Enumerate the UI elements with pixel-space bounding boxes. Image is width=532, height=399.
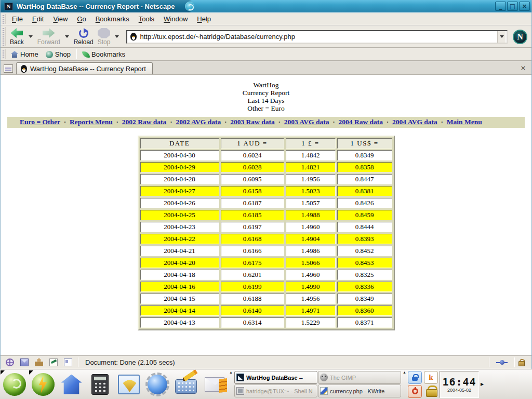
nav-link-3[interactable]: 2002 Raw data	[122, 118, 167, 126]
logout-button[interactable]	[408, 385, 422, 398]
taskbar-button[interactable]: hatridge@TUX:~ - Shell N	[234, 384, 317, 397]
launcher-icons	[0, 370, 229, 399]
url-dropdown-icon	[500, 35, 504, 38]
nav-link-5[interactable]: 2003 Raw data	[230, 118, 275, 126]
stop-button[interactable]: Stop	[96, 28, 112, 46]
table-cell: 1.4904	[286, 234, 336, 244]
table-cell: 1.4960	[286, 222, 336, 232]
security-unlocked-icon[interactable]	[518, 359, 525, 366]
menu-go[interactable]: Go	[72, 14, 90, 24]
nav-link-7[interactable]: 2004 Raw data	[339, 118, 383, 126]
table-row: 2004-04-150.61881.49560.8349	[140, 294, 392, 304]
table-cell: 2004-04-25	[140, 210, 219, 220]
online-status-icon[interactable]	[496, 360, 508, 365]
lightning-bolt-launcher[interactable]	[29, 370, 57, 399]
table-cell: 0.6197	[221, 222, 284, 232]
table-cell: 1.4956	[286, 294, 336, 304]
kate-editor-launcher[interactable]	[171, 370, 200, 399]
desktop-shell-launcher[interactable]	[114, 370, 143, 399]
table-cell: 2004-04-26	[140, 198, 219, 208]
nav-link-9[interactable]: Main Menu	[447, 118, 482, 126]
titlebar[interactable]: N WartHog DataBase -- Currency Report - …	[1, 0, 531, 12]
reload-label: Reload	[74, 38, 94, 46]
table-cell: 0.8444	[337, 222, 392, 232]
wallet-padlock-icon[interactable]	[424, 385, 438, 398]
menu-bookmarks[interactable]: Bookmarks	[91, 14, 134, 24]
home-folder-launcher[interactable]	[57, 370, 86, 399]
applet-handle[interactable]: ▲	[402, 369, 407, 399]
taskbar-button[interactable]: WartHog DataBase --	[234, 371, 317, 384]
forward-button[interactable]: Forward	[36, 28, 62, 46]
table-row: 2004-04-250.61851.49880.8459	[140, 210, 392, 220]
close-button[interactable]: ×	[519, 2, 530, 11]
status-separator	[78, 357, 78, 367]
netscape-logo-icon[interactable]: N	[513, 30, 527, 44]
calculator-launcher[interactable]	[86, 370, 114, 399]
menu-view[interactable]: View	[48, 14, 72, 24]
tab-currency-report[interactable]: WartHog DataBase -- Currency Report	[16, 62, 153, 74]
table-cell: 0.6314	[221, 317, 284, 328]
clock[interactable]: 16:44 2004-05-02	[440, 371, 479, 398]
url-input[interactable]: http://tux.epost.de/~hatridge/Database/c…	[126, 30, 508, 44]
suse-menu-launcher[interactable]	[0, 370, 29, 399]
menu-help[interactable]: Help	[192, 14, 216, 24]
nav-link-4[interactable]: 2002 AVG data	[176, 118, 221, 126]
table-cell: 2004-04-22	[140, 234, 219, 244]
throbber-icon	[185, 2, 194, 11]
back-dropdown-icon[interactable]	[29, 35, 33, 38]
composer-icon[interactable]	[49, 358, 58, 366]
addressbook-icon[interactable]	[64, 358, 72, 366]
menu-edit[interactable]: Edit	[28, 14, 48, 24]
table-cell: 0.8325	[337, 270, 392, 280]
navbar-grippy[interactable]	[2, 27, 6, 46]
taskbar-button[interactable]: The GIMP	[318, 371, 401, 384]
nav-link-2[interactable]: Reports Menu	[70, 118, 113, 126]
menu-window[interactable]: Window	[159, 14, 192, 24]
taskbar-button-label: hatridge@TUX:~ - Shell N	[246, 388, 313, 394]
reload-button[interactable]: Reload	[72, 28, 95, 46]
column-header: 1 £ =	[286, 138, 336, 149]
maximize-button[interactable]: □	[507, 2, 518, 11]
table-cell: 0.8447	[337, 174, 392, 184]
table-cell: 1.4956	[286, 174, 336, 184]
toolbar-dropdown-icon[interactable]	[115, 35, 119, 38]
url-dropdown-button[interactable]	[497, 31, 506, 43]
panel-hide-button[interactable]: ▶	[480, 369, 485, 399]
personalbar-grippy[interactable]	[2, 49, 6, 59]
home-button[interactable]: Home	[7, 50, 42, 59]
stop-label: Stop	[98, 38, 111, 46]
klipper-icon[interactable]: k	[424, 371, 438, 384]
table-cell: 0.8393	[337, 234, 392, 244]
nav-link-6[interactable]: 2003 AVG data	[284, 118, 329, 126]
tab-list-icon[interactable]	[4, 64, 13, 73]
taskbar-button[interactable]: currency.php - KWrite	[318, 384, 401, 397]
forward-dropdown-icon[interactable]	[65, 35, 69, 38]
konqueror-globe-launcher[interactable]	[143, 370, 171, 399]
table-cell: 0.8453	[337, 258, 392, 268]
mail-icon[interactable]	[20, 358, 29, 366]
table-cell: 0.8426	[337, 198, 392, 208]
table-row: 2004-04-260.61871.50570.8426	[140, 198, 392, 208]
table-cell: 2004-04-23	[140, 222, 219, 232]
minimize-button[interactable]: _	[495, 2, 506, 11]
menubar-grippy[interactable]	[2, 14, 6, 24]
kmail-launcher[interactable]	[200, 370, 229, 399]
table-cell: 0.6158	[221, 186, 284, 196]
lock-screen-button[interactable]	[408, 371, 422, 384]
shop-button[interactable]: Shop	[42, 50, 74, 59]
table-cell: 1.5229	[286, 317, 336, 328]
bookmarks-button[interactable]: Bookmarks	[79, 50, 129, 59]
nav-separator: ·	[221, 118, 230, 126]
table-cell: 1.4986	[286, 246, 336, 256]
table-row: 2004-04-130.63141.52290.8371	[140, 317, 392, 328]
nav-link-8[interactable]: 2004 AVG data	[392, 118, 437, 126]
tab-close-button[interactable]: ×	[518, 63, 528, 73]
contacts-icon[interactable]	[35, 358, 43, 366]
site-tux-icon	[130, 33, 137, 41]
back-button[interactable]: Back	[8, 28, 25, 46]
navigator-icon[interactable]	[6, 358, 14, 366]
menu-file[interactable]: File	[7, 14, 28, 24]
nav-link-1[interactable]: Euro = Other	[20, 118, 60, 126]
menu-tools[interactable]: Tools	[134, 14, 159, 24]
applet-handle[interactable]: ▲	[229, 369, 233, 399]
